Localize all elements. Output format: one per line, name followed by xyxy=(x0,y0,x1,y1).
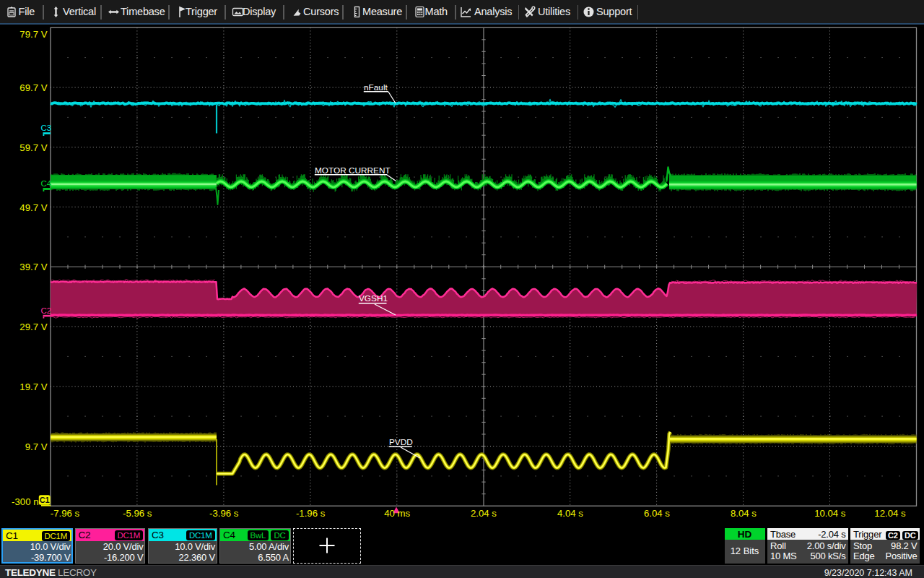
svg-text:C2: C2 xyxy=(41,306,52,315)
svg-text:69.7 V: 69.7 V xyxy=(19,82,47,93)
svg-text:12.04 s: 12.04 s xyxy=(874,508,906,519)
svg-text:VGSH1: VGSH1 xyxy=(359,293,388,303)
svg-text:59.7 V: 59.7 V xyxy=(19,142,47,153)
svg-text:-1.96 s: -1.96 s xyxy=(296,508,326,519)
svg-text:C4: C4 xyxy=(41,179,52,188)
svg-text:10.04 s: 10.04 s xyxy=(814,508,846,519)
svg-text:C3: C3 xyxy=(41,124,52,132)
svg-text:40 ms: 40 ms xyxy=(384,508,410,519)
svg-text:C1: C1 xyxy=(40,496,50,504)
svg-text:39.7 V: 39.7 V xyxy=(19,262,47,272)
svg-text:-3.96 s: -3.96 s xyxy=(209,508,239,519)
svg-text:49.7 V: 49.7 V xyxy=(19,202,47,213)
svg-text:19.7 V: 19.7 V xyxy=(19,381,47,392)
svg-text:8.04 s: 8.04 s xyxy=(731,508,757,519)
svg-text:nFault: nFault xyxy=(364,82,388,92)
svg-text:-7.96 s: -7.96 s xyxy=(51,508,80,519)
svg-text:-300 n: -300 n xyxy=(12,496,38,507)
svg-text:2.04 s: 2.04 s xyxy=(471,508,497,519)
svg-text:9.7 V: 9.7 V xyxy=(25,441,48,452)
svg-text:PVDD: PVDD xyxy=(389,437,413,447)
svg-text:29.7 V: 29.7 V xyxy=(19,322,47,332)
svg-text:4.04 s: 4.04 s xyxy=(557,508,583,519)
svg-text:6.04 s: 6.04 s xyxy=(644,508,670,519)
svg-text:79.7 V: 79.7 V xyxy=(19,29,47,40)
svg-text:-5.96 s: -5.96 s xyxy=(123,508,152,519)
svg-text:MOTOR CURRENT: MOTOR CURRENT xyxy=(315,165,391,176)
